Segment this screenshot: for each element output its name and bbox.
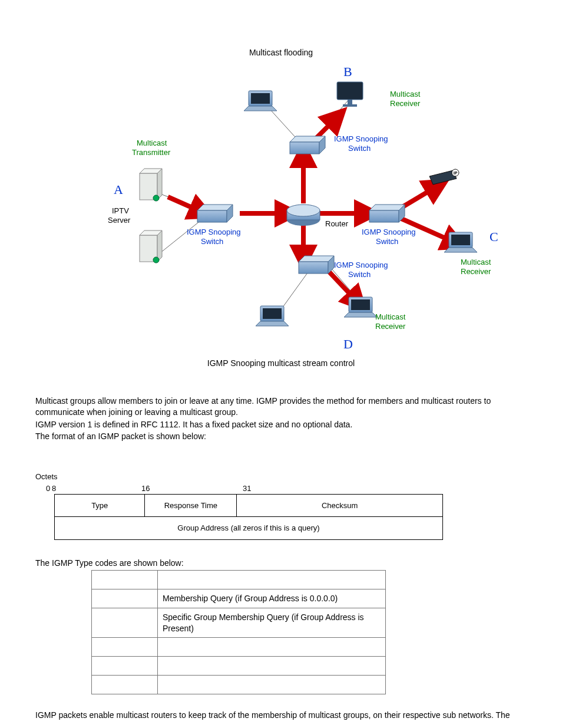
cell-group-address: Group Address (all zeros if this is a qu… [55,517,443,540]
igmp-a1: IGMP Snooping [187,227,241,238]
iptv-label-1: IPTV [112,206,129,216]
multicast-rx-d1: Multicast [375,312,405,322]
desc-cell [158,570,386,589]
svg-rect-54 [343,104,357,107]
bit-0: 0 [46,483,50,494]
laptop-icon [256,306,289,326]
table-row: Membership Query (if Group Address is 0.… [92,589,386,608]
igmp-b1: IGMP Snooping [334,134,388,144]
paragraph-1: Multicast groups allow members to join o… [35,396,527,418]
igmp-b2: Switch [348,143,371,154]
code-cell [92,589,158,608]
bit-8: 8 [52,483,56,494]
table-row [92,676,386,694]
svg-point-35 [153,195,159,201]
svg-rect-47 [263,308,282,319]
code-cell [92,608,158,638]
svg-point-39 [153,257,159,263]
type-codes-table: Membership Query (if Group Address is 0.… [91,570,386,694]
desc-cell: Membership Query (if Group Address is 0.… [158,589,386,608]
svg-marker-34 [157,169,162,200]
igmp-d2: Switch [348,269,371,280]
switch-icon [369,205,405,222]
svg-rect-21 [197,210,227,222]
multicast-rx-b2: Receiver [390,98,420,109]
diagram-svg: IP [69,64,493,353]
svg-rect-30 [299,262,328,274]
igmp-c1: IGMP Snooping [362,227,416,238]
node-label-B: B [343,63,352,81]
switch-icon [197,205,233,222]
paragraph-2: IGMP version 1 is defined in RFC 1112. I… [35,419,527,430]
multicast-rx-c1: Multicast [461,257,491,268]
svg-marker-38 [157,230,162,262]
code-cell [92,570,158,589]
multicast-tx-2: Transmitter [132,147,170,158]
node-label-D: D [343,335,353,353]
multicast-tx-1: Multicast [137,138,167,149]
desc-cell [158,657,386,676]
document-page: Multicast flooding [0,0,562,728]
svg-marker-51 [344,312,377,317]
svg-text:IP: IP [454,171,458,175]
network-diagram: IP A B C D IPTV Server Multicast Transmi… [69,64,493,353]
bit-31: 31 [243,483,251,494]
router-icon [287,205,320,226]
cell-checksum: Checksum [237,494,443,517]
svg-line-0 [269,108,299,141]
code-cell [92,657,158,676]
svg-marker-45 [444,248,477,252]
desc-cell [158,676,386,694]
table-row [92,657,386,676]
laptop-icon [244,91,277,111]
desc-cell [158,638,386,657]
router-label: Router [325,219,348,229]
igmp-a2: Switch [201,236,223,247]
paragraph-3: The format of an IGMP packet is shown be… [35,431,527,442]
bit-labels: 0 8 16 31 [35,483,527,493]
figure2-caption: IGMP Snooping multicast stream control [35,358,527,369]
figure1-caption: Multicast flooding [35,47,527,58]
closing-text: IGMP packets enable multicast routers to… [35,710,527,721]
body-text: Multicast groups allow members to join o… [35,396,527,443]
laptop-icon [444,232,477,252]
multicast-rx-c2: Receiver [461,266,491,277]
packet-table: Type Response Time Checksum Group Addres… [54,494,443,540]
svg-rect-44 [451,235,470,245]
iptv-label-2: Server [108,215,130,226]
svg-marker-42 [244,106,277,111]
svg-rect-27 [369,210,399,222]
igmp-c2: Switch [376,236,398,247]
monitor-icon [337,82,363,107]
ipphone-icon: IP [429,169,459,185]
code-cell [92,638,158,657]
type-codes-title: The IGMP Type codes are shown below: [35,558,527,569]
packet-format: Octets 0 8 16 31 Type Response Time Chec… [35,472,527,540]
node-label-C: C [490,228,498,246]
code-cell [92,676,158,694]
server-icon [140,230,162,263]
switch-icon [299,256,334,274]
table-row [92,570,386,589]
multicast-rx-b1: Multicast [390,89,420,100]
svg-point-19 [287,205,320,216]
laptop-icon [344,297,377,317]
desc-cell: Specific Group Membership Query (if Grou… [158,608,386,638]
table-row [92,638,386,657]
multicast-rx-d2: Receiver [375,321,405,332]
node-label-A: A [114,181,123,199]
octets-title: Octets [35,472,527,482]
svg-rect-53 [348,100,352,104]
cell-response-time: Response Time [145,494,237,517]
svg-rect-50 [351,299,370,310]
cell-type: Type [55,494,145,517]
type-codes-section: The IGMP Type codes are shown below: Mem… [35,558,527,694]
table-row: Specific Group Membership Query (if Grou… [92,608,386,638]
svg-rect-41 [251,93,270,104]
svg-marker-48 [256,321,289,326]
switch-icon [290,136,325,154]
svg-line-8 [168,197,199,210]
server-icon [140,169,162,201]
svg-rect-24 [290,142,319,154]
bit-16: 16 [141,483,150,494]
